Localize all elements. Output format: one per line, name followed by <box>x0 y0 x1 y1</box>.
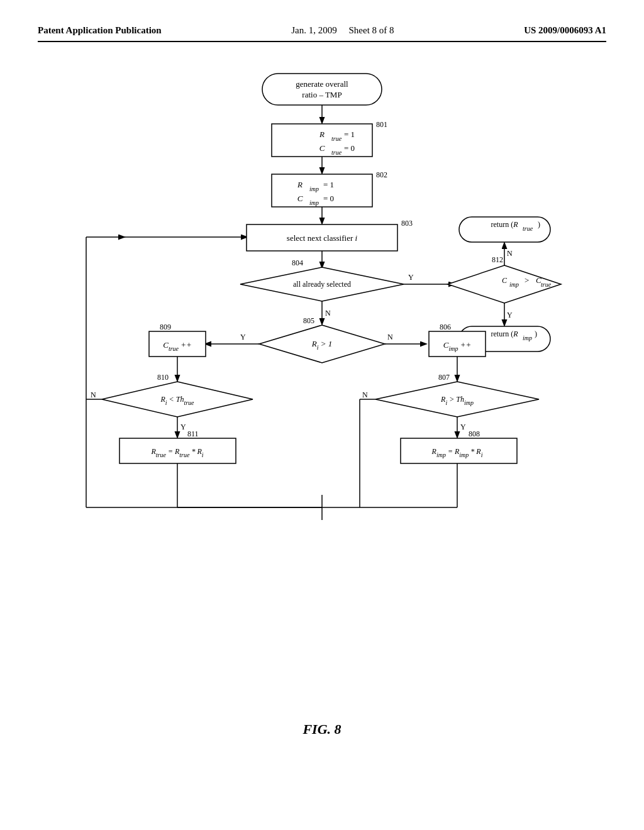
svg-text:Y: Y <box>180 423 186 431</box>
svg-text:= 1: = 1 <box>344 130 355 139</box>
svg-text:812: 812 <box>492 255 503 264</box>
svg-text:= 0: = 0 <box>323 194 334 203</box>
svg-text:805: 805 <box>303 316 314 325</box>
svg-text:generate overall: generate overall <box>296 79 348 89</box>
svg-text:801: 801 <box>376 120 387 129</box>
page: Patent Application Publication Jan. 1, 2… <box>0 0 644 830</box>
publication-label: Patent Application Publication <box>38 25 162 35</box>
svg-text:R: R <box>297 180 303 189</box>
svg-text:N: N <box>387 333 393 341</box>
flowchart-container: generate overall ratio – TMP R true = 1 … <box>52 55 592 715</box>
svg-text:N: N <box>507 249 513 258</box>
svg-text:select next classifier i: select next classifier i <box>287 233 358 243</box>
svg-text:N: N <box>362 390 368 399</box>
svg-text:true: true <box>523 225 533 232</box>
page-header: Patent Application Publication Jan. 1, 2… <box>38 25 606 42</box>
svg-text:true: true <box>331 149 342 156</box>
svg-text:C: C <box>502 276 508 285</box>
svg-text:Y: Y <box>460 423 466 431</box>
svg-text:= 1: = 1 <box>323 180 334 189</box>
svg-text:): ) <box>538 220 540 229</box>
svg-text:Y: Y <box>240 333 246 341</box>
svg-text:N: N <box>91 390 96 399</box>
header-left: Patent Application Publication <box>38 25 162 36</box>
svg-text:ratio – TMP: ratio – TMP <box>302 90 341 99</box>
svg-text:true: true <box>331 135 342 142</box>
svg-text:C: C <box>297 194 303 203</box>
svg-text:R: R <box>319 130 325 139</box>
svg-text:807: 807 <box>438 373 450 382</box>
svg-text:): ) <box>535 329 537 338</box>
svg-rect-60 <box>149 331 206 357</box>
svg-text:809: 809 <box>160 323 171 331</box>
svg-text:= 0: = 0 <box>344 143 355 153</box>
svg-text:808: 808 <box>469 429 480 438</box>
svg-text:Y: Y <box>507 311 513 319</box>
svg-text:return (R: return (R <box>491 220 519 229</box>
patent-number: US 2009/0006093 A1 <box>524 25 606 35</box>
header-right: US 2009/0006093 A1 <box>524 25 606 36</box>
figure-label: FIG. 8 <box>38 721 606 738</box>
date-label: Jan. 1, 2009 <box>291 25 337 35</box>
svg-text:811: 811 <box>187 429 199 438</box>
svg-text:imp: imp <box>309 185 319 192</box>
svg-text:N: N <box>325 309 331 318</box>
svg-text:true: true <box>541 281 552 288</box>
svg-text:806: 806 <box>440 323 451 331</box>
svg-text:imp: imp <box>523 335 532 341</box>
svg-text:>: > <box>525 275 529 285</box>
svg-text:803: 803 <box>401 219 413 228</box>
svg-text:imp: imp <box>509 281 519 288</box>
sheet-label: Sheet 8 of 8 <box>349 25 394 35</box>
svg-rect-0 <box>262 74 382 105</box>
header-center: Jan. 1, 2009 Sheet 8 of 8 <box>291 25 394 36</box>
figure-label-text: FIG. 8 <box>303 721 341 737</box>
svg-text:all already selected: all already selected <box>293 280 351 289</box>
svg-text:804: 804 <box>292 258 303 267</box>
svg-text:802: 802 <box>376 170 387 179</box>
svg-rect-13 <box>272 174 372 207</box>
svg-text:return (R: return (R <box>491 329 519 338</box>
svg-text:810: 810 <box>157 373 169 382</box>
flowchart-svg: generate overall ratio – TMP R true = 1 … <box>52 55 592 715</box>
svg-rect-78 <box>429 331 486 357</box>
svg-text:C: C <box>319 143 325 153</box>
svg-text:imp: imp <box>309 199 319 206</box>
svg-text:Y: Y <box>408 273 414 282</box>
